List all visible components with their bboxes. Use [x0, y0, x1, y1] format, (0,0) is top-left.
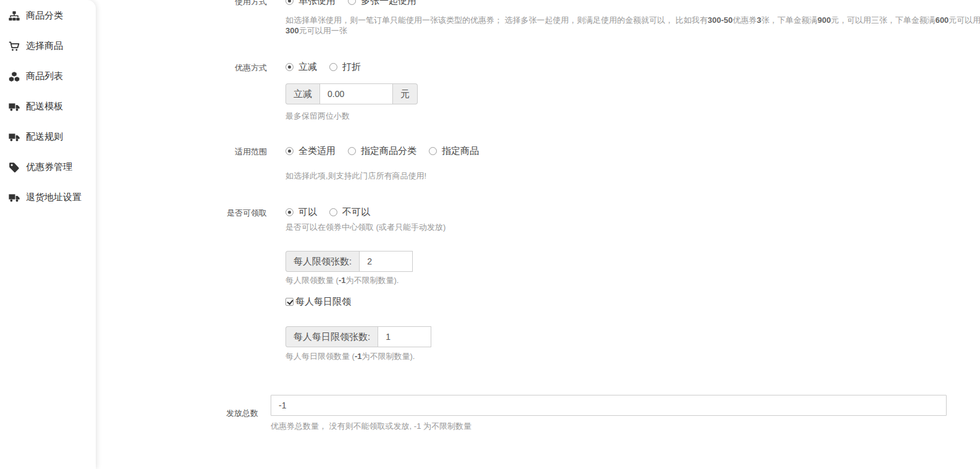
receivable-option-yes[interactable]: 可以 — [285, 206, 317, 218]
per-day-limit-addon: 每人每日限领张数: — [285, 326, 378, 347]
receivable-option-no[interactable]: 不可以 — [329, 206, 370, 218]
per-person-limit-input[interactable] — [359, 251, 413, 272]
discount-radio-group: 立减 打折 — [285, 61, 980, 73]
per-day-limit-group: 每人每日限领张数: — [285, 326, 980, 347]
daily-limit-checkbox-row[interactable]: 每人每日限领 — [285, 297, 980, 306]
sitemap-icon — [8, 10, 20, 22]
per-person-limit-help: 每人限领数量 (-1为不限制数量). — [285, 275, 980, 285]
total-label: 发放总数 — [98, 408, 258, 419]
usage-label: 使用方式 — [98, 0, 267, 36]
sidebar-item-product-category[interactable]: 商品分类 — [0, 1, 96, 31]
sidebar-item-delivery-template[interactable]: 配送模板 — [0, 91, 96, 122]
discount-help: 最多保留两位小数 — [285, 111, 980, 121]
discount-option-percent[interactable]: 打折 — [329, 61, 361, 73]
form-row-receivable: 是否可领取 可以 不可以 是否可以在领券中心领取 (或者只能手动发放) 每人限领… — [98, 206, 980, 361]
usage-option-single[interactable]: 单张使用 — [285, 0, 336, 7]
discount-radio-percent[interactable] — [329, 63, 337, 71]
scope-radio-group: 全类适用 指定商品分类 指定商品 — [285, 145, 980, 157]
sidebar-item-select-product[interactable]: 选择商品 — [0, 31, 96, 61]
scope-radio-category[interactable] — [348, 147, 356, 155]
cubes-icon — [8, 70, 20, 82]
sidebar-item-label: 选择商品 — [26, 40, 63, 52]
tag-icon — [8, 161, 20, 173]
scope-help: 如选择此项,则支持此门店所有商品使用! — [285, 171, 980, 181]
scope-option-product[interactable]: 指定商品 — [429, 145, 479, 157]
discount-amount-addon: 立减 — [285, 83, 319, 104]
daily-limit-checkbox[interactable] — [285, 298, 294, 306]
receivable-label: 是否可领取 — [98, 206, 267, 361]
form-row-scope: 适用范围 全类适用 指定商品分类 指定商品 如选择此项,则支持此门店所有商品使用… — [98, 145, 980, 181]
usage-help-line1: 如选择单张使用，则一笔订单只能使用一张该类型的优惠券； 选择多张一起使用，则满足… — [285, 15, 980, 25]
discount-option-reduce[interactable]: 立减 — [285, 61, 317, 73]
scope-option-category[interactable]: 指定商品分类 — [348, 145, 416, 157]
scope-option-all[interactable]: 全类适用 — [285, 145, 336, 157]
sidebar-item-coupon-management[interactable]: 优惠券管理 — [0, 152, 96, 182]
sidebar-item-label: 优惠券管理 — [26, 161, 72, 173]
sidebar: 商品分类 选择商品 商品列表 配送模板 配送规则 优惠券管理 退 — [0, 0, 96, 469]
sidebar-item-label: 商品列表 — [26, 70, 63, 82]
form-row-discount: 优惠方式 立减 打折 立减 元 最多保留两位小数 — [98, 61, 980, 121]
total-count-input[interactable] — [271, 395, 947, 416]
usage-radio-multiple[interactable] — [348, 0, 356, 5]
coupon-form: 使用方式 单张使用 多张一起使用 如选择单张使用，则一笔订单只能使用一张该类型的… — [98, 0, 980, 431]
per-day-limit-help: 每人每日限领数量 (-1为不限制数量). — [285, 351, 980, 361]
sidebar-item-label: 配送规则 — [26, 131, 63, 143]
receivable-radio-yes[interactable] — [285, 208, 294, 216]
usage-option-multiple[interactable]: 多张一起使用 — [348, 0, 416, 7]
form-row-usage: 使用方式 单张使用 多张一起使用 如选择单张使用，则一笔订单只能使用一张该类型的… — [98, 0, 980, 36]
sidebar-item-label: 商品分类 — [26, 10, 63, 22]
discount-radio-reduce[interactable] — [285, 63, 294, 71]
receivable-radio-no[interactable] — [329, 208, 337, 216]
total-help: 优惠券总数量， 没有则不能领取或发放, -1 为不限制数量 — [271, 421, 980, 431]
discount-amount-unit: 元 — [393, 83, 418, 104]
cart-icon — [8, 40, 20, 52]
scope-label: 适用范围 — [98, 145, 267, 181]
per-day-limit-input[interactable] — [378, 326, 431, 347]
usage-radio-single[interactable] — [285, 0, 294, 5]
usage-radio-group: 单张使用 多张一起使用 — [285, 0, 980, 7]
discount-label: 优惠方式 — [98, 61, 267, 121]
receivable-help: 是否可以在领券中心领取 (或者只能手动发放) — [285, 222, 980, 232]
discount-amount-group: 立减 元 — [285, 83, 980, 104]
sidebar-item-label: 配送模板 — [26, 101, 63, 112]
per-person-limit-addon: 每人限领张数: — [285, 251, 359, 272]
scope-radio-all[interactable] — [285, 147, 294, 155]
receivable-radio-group: 可以 不可以 — [285, 206, 980, 218]
scope-radio-product[interactable] — [429, 147, 437, 155]
usage-help-line2: 300元可以用一张 — [285, 25, 980, 36]
form-row-total: 发放总数 优惠券总数量， 没有则不能领取或发放, -1 为不限制数量 — [98, 395, 980, 431]
sidebar-item-delivery-rules[interactable]: 配送规则 — [0, 122, 96, 152]
sidebar-item-label: 退货地址设置 — [26, 192, 82, 203]
sidebar-item-product-list[interactable]: 商品列表 — [0, 61, 96, 91]
truck-icon — [8, 101, 20, 112]
per-person-limit-group: 每人限领张数: — [285, 251, 980, 272]
sidebar-item-return-address[interactable]: 退货地址设置 — [0, 182, 96, 213]
discount-amount-input[interactable] — [319, 83, 393, 104]
truck-icon — [8, 131, 20, 143]
truck-icon — [8, 192, 20, 203]
